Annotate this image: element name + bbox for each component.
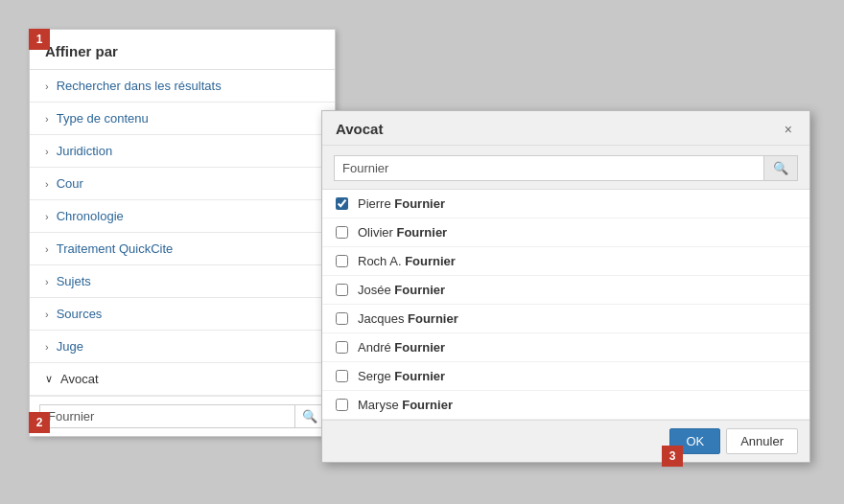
chevron-icon-sources: › [45,309,49,320]
panel-title: Affiner par [30,30,335,70]
cancel-button[interactable]: Annuler [726,428,798,454]
modal-item-checkbox[interactable] [336,341,348,354]
filter-label-cour: Cour [57,176,83,191]
chevron-icon-quickcite: › [45,243,49,255]
filter-label-type: Type de contenu [57,111,149,126]
badge-1: 1 [29,29,50,50]
filter-label-avocat: Avocat [60,372,99,386]
modal-item-checkbox[interactable] [336,255,348,267]
modal-list-item[interactable]: Josée Fournier [322,276,809,305]
modal-list-item[interactable]: Serge Fournier [322,362,809,391]
avocat-modal: Avocat × 🔍 Pierre FournierOlivier Fourni… [321,110,810,463]
modal-search-input[interactable] [334,155,764,181]
modal-list-item[interactable]: Roch A. Fournier [322,247,809,276]
modal-search-button[interactable]: 🔍 [764,155,798,181]
modal-header: Avocat × [322,111,809,146]
badge-2: 2 [29,412,50,433]
modal-item-text: Serge Fournier [358,369,445,383]
avocat-search-row: 🔍 [30,396,335,436]
modal-list-item[interactable]: Jacques Fournier [322,305,809,333]
chevron-down-icon-avocat: ∨ [45,373,53,385]
filter-label-sources: Sources [57,307,103,321]
avocat-search-input[interactable] [39,404,295,428]
chevron-icon-type: › [45,113,49,125]
filter-label-quickcite: Traitement QuickCite [57,241,174,256]
modal-list-item[interactable]: Maryse Fournier [322,391,809,420]
modal-item-text: Josée Fournier [358,283,445,297]
filter-label-juge: Juge [57,339,83,354]
chevron-icon-juridiction: › [45,146,49,157]
chevron-icon-chronologie: › [45,211,49,222]
filter-item-cour[interactable]: › Cour [30,168,335,200]
filter-item-juge[interactable]: › Juge [30,331,335,363]
filter-item-type[interactable]: › Type de contenu [30,103,335,135]
modal-item-text: Maryse Fournier [358,398,453,412]
modal-item-checkbox[interactable] [336,312,348,325]
chevron-icon-sujets: › [45,276,49,287]
filter-label-sujets: Sujets [57,274,91,288]
modal-item-text: Jacques Fournier [358,311,458,326]
filter-label-rechercher: Rechercher dans les résultats [57,79,222,93]
filter-item-rechercher[interactable]: › Rechercher dans les résultats [30,70,335,103]
modal-item-checkbox[interactable] [336,399,348,411]
modal-item-text: André Fournier [358,340,445,355]
modal-title: Avocat [336,121,383,137]
modal-item-checkbox[interactable] [336,197,348,210]
filter-label-juridiction: Juridiction [57,144,113,158]
modal-item-checkbox[interactable] [336,226,348,239]
modal-item-text: Olivier Fournier [358,225,447,240]
modal-item-text: Roch A. Fournier [358,254,456,268]
modal-item-checkbox[interactable] [336,284,348,296]
modal-footer: OK Annuler [322,421,809,462]
modal-item-checkbox[interactable] [336,370,348,382]
modal-item-text: Pierre Fournier [358,196,445,211]
modal-close-button[interactable]: × [781,122,796,137]
modal-results-list: Pierre FournierOlivier FournierRoch A. F… [322,190,809,421]
chevron-icon-juge: › [45,341,49,353]
modal-list-item[interactable]: Pierre Fournier [322,190,809,218]
chevron-icon-cour: › [45,178,49,190]
left-panel: Affiner par › Rechercher dans les résult… [29,29,336,437]
filter-item-quickcite[interactable]: › Traitement QuickCite [30,233,335,265]
modal-list-item[interactable]: Olivier Fournier [322,218,809,247]
filter-item-chronologie[interactable]: › Chronologie [30,200,335,233]
badge-3: 3 [662,446,683,467]
modal-search-row: 🔍 [322,146,809,190]
filter-item-juridiction[interactable]: › Juridiction [30,135,335,168]
modal-list-item[interactable]: André Fournier [322,333,809,362]
filter-item-avocat[interactable]: ∨ Avocat [30,363,335,396]
chevron-icon-rechercher: › [45,80,49,92]
filter-label-chronologie: Chronologie [57,209,124,223]
filter-item-sources[interactable]: › Sources [30,298,335,331]
filter-item-sujets[interactable]: › Sujets [30,265,335,298]
